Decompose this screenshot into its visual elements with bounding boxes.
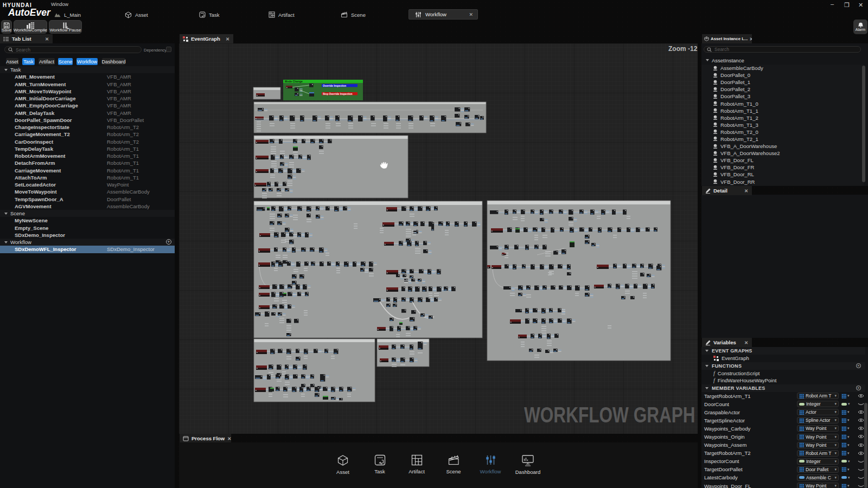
svg-text:Stop Override Inspection: Stop Override Inspection <box>323 93 353 95</box>
svg-text:Mode Change: Mode Change <box>285 80 303 83</box>
svg-text:Override Inspection: Override Inspection <box>323 85 346 87</box>
